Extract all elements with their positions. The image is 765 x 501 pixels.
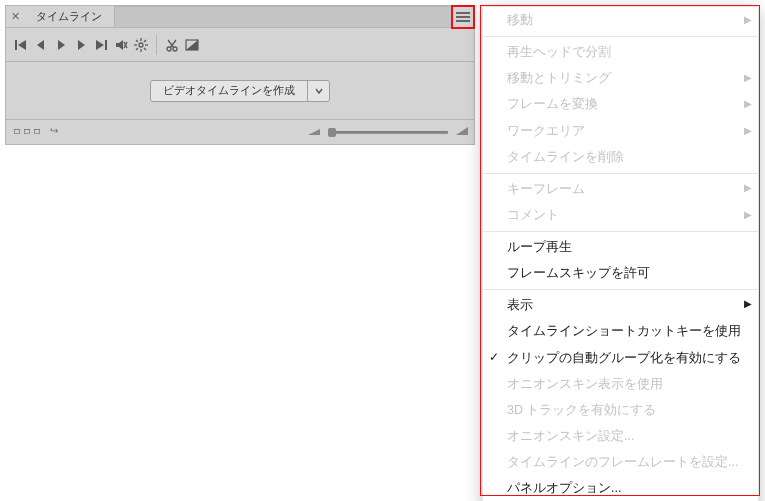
menu-item: 3D トラックを有効にする — [483, 397, 758, 423]
svg-rect-3 — [15, 40, 17, 50]
menu-item[interactable]: フレームスキップを許可 — [483, 260, 758, 286]
menu-item-label: クリップの自動グループ化を有効にする — [507, 351, 741, 365]
menu-item[interactable]: パネルオプション... — [483, 475, 758, 501]
menu-item-label: パネルオプション... — [507, 481, 621, 495]
create-video-timeline-label: ビデオタイムラインを作成 — [163, 83, 295, 98]
svg-rect-9 — [105, 40, 107, 50]
menu-item-label: ワークエリア — [507, 124, 585, 138]
submenu-arrow-icon: ▶ — [744, 208, 752, 223]
menu-item: タイムラインを削除 — [483, 144, 758, 170]
zoom-out-button[interactable] — [308, 125, 320, 139]
menu-item-label: 移動とトリミング — [507, 71, 611, 85]
svg-point-13 — [139, 43, 143, 47]
svg-rect-2 — [456, 20, 470, 22]
submenu-arrow-icon: ▶ — [744, 181, 752, 196]
svg-line-20 — [144, 40, 146, 42]
toolbar-separator — [156, 35, 157, 55]
svg-rect-1 — [456, 16, 470, 18]
footer-left-controls: ㅁㅁㅁ ↪ — [12, 125, 58, 139]
menu-item[interactable]: ✓クリップの自動グループ化を有効にする — [483, 345, 758, 371]
render-icon[interactable]: ↪ — [50, 125, 58, 139]
create-timeline-dropdown-button[interactable] — [307, 81, 329, 101]
play-button[interactable] — [52, 36, 70, 54]
zoom-controls — [64, 125, 468, 139]
menu-item: キーフレーム▶ — [483, 173, 758, 202]
menu-item: ワークエリア▶ — [483, 118, 758, 144]
timeline-toolbar — [6, 28, 474, 62]
timeline-mode-button[interactable]: ㅁㅁㅁ — [12, 125, 42, 139]
timeline-tab[interactable]: タイムライン — [24, 6, 115, 27]
menu-item-label: オニオンスキン設定... — [507, 429, 634, 443]
submenu-arrow-icon: ▶ — [744, 123, 752, 138]
transition-button[interactable] — [183, 36, 201, 54]
menu-item: 再生ヘッドで分割 — [483, 36, 758, 65]
create-timeline-split-button: ビデオタイムラインを作成 — [150, 80, 330, 102]
zoom-in-button[interactable] — [456, 125, 468, 139]
submenu-arrow-icon: ▶ — [744, 13, 752, 28]
menu-item: オニオンスキン表示を使用 — [483, 371, 758, 397]
svg-marker-4 — [18, 40, 26, 50]
menu-item-label: 表示 — [507, 298, 533, 312]
svg-marker-6 — [58, 40, 65, 50]
menu-item[interactable]: タイムラインショートカットキーを使用 — [483, 318, 758, 344]
last-frame-button[interactable] — [92, 36, 110, 54]
first-frame-button[interactable] — [12, 36, 30, 54]
prev-frame-button[interactable] — [32, 36, 50, 54]
menu-item-label: ループ再生 — [507, 240, 572, 254]
split-clip-button[interactable] — [163, 36, 181, 54]
submenu-arrow-icon: ▶ — [744, 71, 752, 86]
audio-mute-button[interactable] — [112, 36, 130, 54]
menu-item[interactable]: ループ再生 — [483, 231, 758, 260]
check-icon: ✓ — [489, 349, 499, 366]
zoom-slider[interactable] — [328, 131, 448, 134]
menu-item-label: コメント — [507, 208, 559, 222]
menu-item-label: 移動 — [507, 13, 533, 27]
menu-item-label: タイムラインショートカットキーを使用 — [507, 324, 741, 338]
svg-line-18 — [136, 40, 138, 42]
close-panel-button[interactable]: ✕ — [6, 6, 24, 27]
menu-item-label: フレームを変換 — [507, 97, 598, 111]
panel-tab-bar: ✕ タイムライン — [6, 6, 474, 28]
menu-item: 移動▶ — [483, 7, 758, 33]
svg-marker-28 — [308, 129, 320, 135]
svg-line-21 — [136, 48, 138, 50]
submenu-arrow-icon: ▶ — [744, 97, 752, 112]
menu-item: タイムラインのフレームレートを設定... — [483, 449, 758, 475]
timeline-footer: ㅁㅁㅁ ↪ — [6, 120, 474, 144]
menu-item-label: オニオンスキン表示を使用 — [507, 377, 663, 391]
settings-button[interactable] — [132, 36, 150, 54]
create-video-timeline-button[interactable]: ビデオタイムラインを作成 — [151, 81, 307, 101]
svg-marker-7 — [78, 40, 85, 50]
svg-marker-5 — [37, 40, 44, 50]
svg-line-19 — [144, 48, 146, 50]
menu-item: コメント▶ — [483, 202, 758, 228]
next-frame-button[interactable] — [72, 36, 90, 54]
menu-item-label: 再生ヘッドで分割 — [507, 45, 611, 59]
menu-item-label: 3D トラックを有効にする — [507, 403, 656, 417]
menu-item[interactable]: 表示▶ — [483, 289, 758, 318]
menu-item-label: タイムラインを削除 — [507, 150, 624, 164]
menu-item: フレームを変換▶ — [483, 91, 758, 117]
svg-marker-27 — [186, 40, 198, 50]
svg-marker-8 — [96, 40, 104, 50]
submenu-arrow-icon: ▶ — [744, 297, 752, 312]
panel-flyout-menu: 移動▶再生ヘッドで分割移動とトリミング▶フレームを変換▶ワークエリア▶タイムライ… — [482, 6, 759, 501]
menu-item-label: キーフレーム — [507, 182, 585, 196]
timeline-content-area: ビデオタイムラインを作成 — [6, 62, 474, 120]
timeline-tab-label: タイムライン — [36, 9, 102, 24]
panel-menu-button[interactable] — [452, 6, 474, 27]
menu-item-label: タイムラインのフレームレートを設定... — [507, 455, 738, 469]
zoom-slider-thumb[interactable] — [328, 128, 336, 137]
menu-item: 移動とトリミング▶ — [483, 65, 758, 91]
svg-rect-0 — [456, 12, 470, 14]
svg-marker-29 — [456, 127, 468, 135]
menu-item: オニオンスキン設定... — [483, 423, 758, 449]
tab-bar-spacer — [115, 6, 452, 27]
timeline-panel: ✕ タイムライン ビデオタイムラインを作成 ㅁㅁㅁ — [5, 5, 475, 145]
menu-item-label: フレームスキップを許可 — [507, 266, 650, 280]
svg-marker-10 — [116, 40, 123, 50]
